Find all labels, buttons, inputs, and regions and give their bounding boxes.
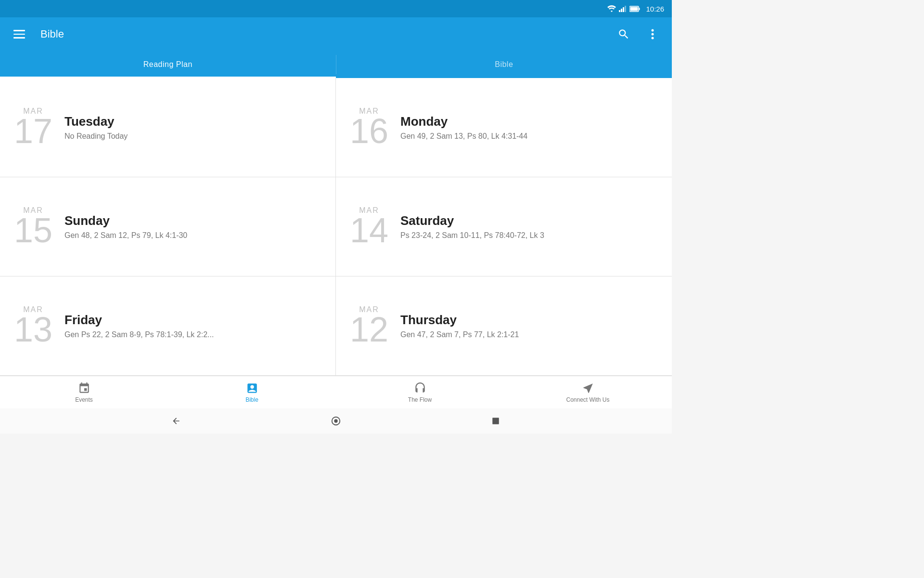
day-reading-saturday: Ps 23-24, 2 Sam 10-11, Ps 78:40-72, Lk 3 <box>400 231 544 240</box>
date-day-3: 15 <box>14 213 52 248</box>
wifi-icon <box>607 5 616 12</box>
date-day-6: 12 <box>350 312 388 347</box>
day-info-tuesday: Tuesday No Reading Today <box>64 114 128 141</box>
svg-point-11 <box>334 419 337 422</box>
day-name-thursday: Thursday <box>400 313 519 328</box>
nav-label-connect: Connect With Us <box>566 396 609 403</box>
day-name-friday: Friday <box>64 313 214 328</box>
home-icon <box>331 416 341 426</box>
date-block-16: MAR 16 <box>347 107 391 148</box>
svg-point-9 <box>652 37 654 39</box>
day-info-sunday: Sunday Gen 48, 2 Sam 12, Ps 79, Lk 4:1-3… <box>64 213 187 240</box>
bible-icon <box>246 382 258 394</box>
date-block-17: MAR 17 <box>12 107 55 148</box>
day-info-friday: Friday Gen Ps 22, 2 Sam 8-9, Ps 78:1-39,… <box>64 313 214 339</box>
headphones-icon <box>414 382 426 394</box>
day-reading-sunday: Gen 48, 2 Sam 12, Ps 79, Lk 4:1-30 <box>64 231 187 240</box>
nav-label-the-flow: The Flow <box>408 396 432 403</box>
day-cell-thursday[interactable]: MAR 12 Thursday Gen 47, 2 Sam 7, Ps 77, … <box>336 276 672 376</box>
day-info-monday: Monday Gen 49, 2 Sam 13, Ps 80, Lk 4:31-… <box>400 114 527 141</box>
tab-bible[interactable]: Bible <box>336 51 672 78</box>
connect-icon <box>582 382 594 394</box>
svg-point-8 <box>652 33 654 36</box>
date-day-1: 17 <box>14 114 52 148</box>
calendar-icon <box>78 382 90 394</box>
day-cell-tuesday[interactable]: MAR 17 Tuesday No Reading Today <box>0 78 336 177</box>
nav-label-bible: Bible <box>245 396 258 403</box>
date-day-2: 16 <box>350 114 388 148</box>
svg-rect-12 <box>492 418 499 424</box>
more-vert-icon <box>651 28 654 40</box>
app-title: Bible <box>40 28 614 40</box>
date-day-4: 14 <box>350 213 388 248</box>
day-name-sunday: Sunday <box>64 213 187 228</box>
day-cell-monday[interactable]: MAR 16 Monday Gen 49, 2 Sam 13, Ps 80, L… <box>336 78 672 177</box>
recents-icon <box>491 417 500 425</box>
day-info-saturday: Saturday Ps 23-24, 2 Sam 10-11, Ps 78:40… <box>400 213 544 240</box>
nav-item-the-flow[interactable]: The Flow <box>336 382 504 403</box>
status-icons: 10:26 <box>607 5 664 13</box>
back-icon <box>171 416 181 426</box>
menu-button[interactable] <box>10 26 29 42</box>
date-block-14: MAR 14 <box>347 206 391 248</box>
svg-rect-6 <box>639 8 640 10</box>
svg-rect-0 <box>619 10 620 12</box>
day-name-monday: Monday <box>400 114 527 129</box>
date-day-5: 13 <box>14 312 52 347</box>
day-cell-saturday[interactable]: MAR 14 Saturday Ps 23-24, 2 Sam 10-11, P… <box>336 177 672 276</box>
day-reading-friday: Gen Ps 22, 2 Sam 8-9, Ps 78:1-39, Lk 2:2… <box>64 330 214 339</box>
nav-item-events[interactable]: Events <box>0 382 168 403</box>
android-nav <box>0 408 672 434</box>
more-button[interactable] <box>643 25 662 44</box>
bottom-nav: Events Bible The Flow Connect With Us <box>0 376 672 408</box>
search-button[interactable] <box>614 25 633 44</box>
day-reading-thursday: Gen 47, 2 Sam 7, Ps 77, Lk 2:1-21 <box>400 330 519 339</box>
day-reading-monday: Gen 49, 2 Sam 13, Ps 80, Lk 4:31-44 <box>400 132 527 141</box>
day-reading-tuesday: No Reading Today <box>64 132 128 141</box>
day-name-tuesday: Tuesday <box>64 114 128 129</box>
back-button[interactable] <box>167 411 186 431</box>
nav-item-bible[interactable]: Bible <box>168 382 336 403</box>
day-cell-sunday[interactable]: MAR 15 Sunday Gen 48, 2 Sam 12, Ps 79, L… <box>0 177 336 276</box>
day-info-thursday: Thursday Gen 47, 2 Sam 7, Ps 77, Lk 2:1-… <box>400 313 519 339</box>
svg-rect-3 <box>625 6 626 12</box>
day-name-saturday: Saturday <box>400 213 544 228</box>
svg-rect-1 <box>621 9 622 12</box>
svg-rect-5 <box>630 7 638 11</box>
battery-icon <box>629 6 640 12</box>
content-grid: MAR 17 Tuesday No Reading Today MAR 16 M… <box>0 78 672 376</box>
recents-button[interactable] <box>486 411 505 431</box>
date-block-15: MAR 15 <box>12 206 55 248</box>
search-icon <box>617 28 630 40</box>
day-cell-friday[interactable]: MAR 13 Friday Gen Ps 22, 2 Sam 8-9, Ps 7… <box>0 276 336 376</box>
svg-point-7 <box>652 29 654 32</box>
nav-label-events: Events <box>75 396 93 403</box>
home-button[interactable] <box>326 411 346 431</box>
nav-item-connect[interactable]: Connect With Us <box>504 382 672 403</box>
status-time: 10:26 <box>646 5 664 13</box>
date-block-12: MAR 12 <box>347 305 391 347</box>
app-bar: Bible <box>0 17 672 51</box>
tab-reading-plan[interactable]: Reading Plan <box>0 51 336 78</box>
date-block-13: MAR 13 <box>12 305 55 347</box>
tab-bar: Reading Plan Bible <box>0 51 672 78</box>
signal-icon <box>619 5 627 12</box>
app-bar-actions <box>614 25 662 44</box>
status-bar: 10:26 <box>0 0 672 17</box>
svg-rect-2 <box>623 7 624 12</box>
